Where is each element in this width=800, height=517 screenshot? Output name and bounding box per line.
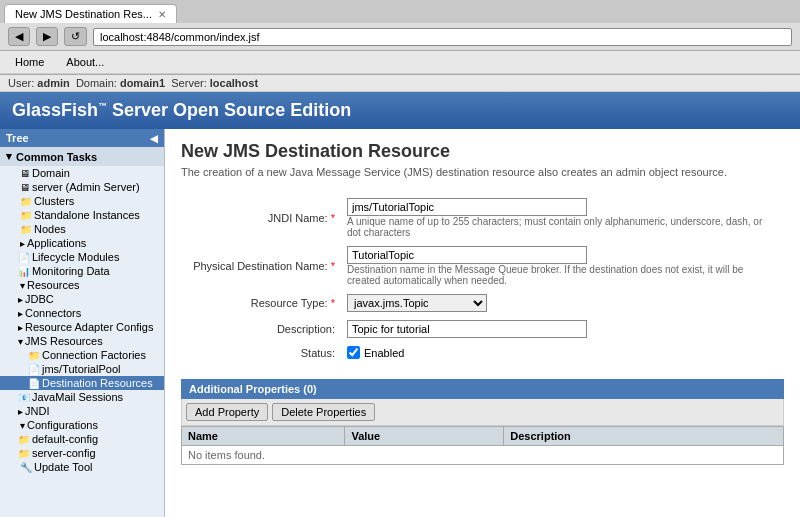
sidebar-item-clusters[interactable]: 📁 Clusters — [0, 194, 164, 208]
resources-icon: ▾ — [20, 280, 25, 291]
nodes-icon: 📁 — [20, 224, 32, 235]
resource-type-select[interactable]: javax.jms.Topic javax.jms.Queue — [347, 294, 487, 312]
status-checkbox[interactable] — [347, 346, 360, 359]
sidebar-item-server[interactable]: 🖥 server (Admin Server) — [0, 180, 164, 194]
add-property-button[interactable]: Add Property — [186, 403, 268, 421]
sidebar-item-default-config[interactable]: 📁 default-config — [0, 432, 164, 446]
resource-type-label: Resource Type: * — [181, 290, 341, 316]
tree-label: Clusters — [34, 195, 74, 207]
server-value: localhost — [210, 77, 258, 89]
menu-home[interactable]: Home — [4, 53, 55, 71]
sidebar-item-standalone[interactable]: 📁 Standalone Instances — [0, 208, 164, 222]
jdbc-icon: ▸ — [18, 294, 23, 305]
app-title: GlassFish™ Server Open Source Edition — [12, 100, 351, 120]
tree-label: JDBC — [25, 293, 54, 305]
jndi-input[interactable] — [347, 198, 587, 216]
resource-type-row: Resource Type: * javax.jms.Topic javax.j… — [181, 290, 784, 316]
props-toolbar: Add Property Delete Properties — [181, 399, 784, 426]
update-icon: 🔧 — [20, 462, 32, 473]
connectors-icon: ▸ — [18, 308, 23, 319]
description-cell — [341, 316, 784, 342]
props-table: Name Value Description No items found. — [181, 426, 784, 465]
cluster-icon: 📁 — [20, 196, 32, 207]
props-thead: Name Value Description — [182, 427, 784, 446]
status-cell: Enabled — [341, 342, 784, 363]
sidebar-item-lifecycle[interactable]: 📄 Lifecycle Modules — [0, 250, 164, 264]
domain-value: domain1 — [120, 77, 165, 89]
tree-label: Configurations — [27, 419, 98, 431]
sidebar-item-jndi[interactable]: ▸ JNDI — [0, 404, 164, 418]
user-info-bar: User: admin Domain: domain1 Server: loca… — [0, 75, 800, 92]
browser-chrome: New JMS Destination Res... ✕ ◀ ▶ ↺ Home … — [0, 0, 800, 75]
sidebar-item-update-tool[interactable]: 🔧 Update Tool — [0, 460, 164, 474]
sidebar-item-destination-resources[interactable]: 📄 Destination Resources — [0, 376, 164, 390]
jndi-row: JNDI Name: * A unique name of up to 255 … — [181, 194, 784, 242]
sidebar-item-connectors[interactable]: ▸ Connectors — [0, 306, 164, 320]
props-header: Additional Properties (0) — [181, 379, 784, 399]
sidebar-item-resources[interactable]: ▾ Resources — [0, 278, 164, 292]
sidebar-item-connection-factories[interactable]: 📁 Connection Factories — [0, 348, 164, 362]
folder-icon: 🖥 — [20, 168, 30, 179]
sidebar-item-resource-adapter[interactable]: ▸ Resource Adapter Configs — [0, 320, 164, 334]
user-value: admin — [37, 77, 69, 89]
sidebar-item-applications[interactable]: ▸ Applications — [0, 236, 164, 250]
description-label: Description: — [181, 316, 341, 342]
menu-about[interactable]: About... — [55, 53, 115, 71]
status-check: Enabled — [347, 346, 778, 359]
no-items-text: No items found. — [182, 446, 784, 465]
tree-label: Lifecycle Modules — [32, 251, 119, 263]
sidebar-toggle-icon[interactable]: ◀ — [150, 133, 158, 144]
physical-required: * — [331, 260, 335, 272]
tree-label: jms/TutorialPool — [42, 363, 120, 375]
domain-label: Domain: — [76, 77, 120, 89]
tab-label: New JMS Destination Res... — [15, 8, 152, 20]
active-tab[interactable]: New JMS Destination Res... ✕ — [4, 4, 177, 23]
sidebar-item-monitoring[interactable]: 📊 Monitoring Data — [0, 264, 164, 278]
col-description: Description — [504, 427, 784, 446]
main-layout: Tree ◀ ▾ Common Tasks 🖥 Domain 🖥 server … — [0, 129, 800, 517]
content-area: New JMS Destination Resource The creatio… — [165, 129, 800, 517]
delete-properties-button[interactable]: Delete Properties — [272, 403, 375, 421]
reload-button[interactable]: ↺ — [64, 27, 87, 46]
status-row: Status: Enabled — [181, 342, 784, 363]
tab-close-icon[interactable]: ✕ — [158, 9, 166, 20]
sidebar-item-jms-resources[interactable]: ▾ JMS Resources — [0, 334, 164, 348]
jndi-hint: A unique name of up to 255 characters; m… — [347, 216, 778, 238]
sidebar-item-jdbc[interactable]: ▸ JDBC — [0, 292, 164, 306]
physical-input[interactable] — [347, 246, 587, 264]
sidebar-item-domain[interactable]: 🖥 Domain — [0, 166, 164, 180]
config-icon: ▾ — [20, 420, 25, 431]
page-description: The creation of a new Java Message Servi… — [181, 166, 784, 178]
tree-label: server (Admin Server) — [32, 181, 140, 193]
description-row: Description: — [181, 316, 784, 342]
sidebar-item-common-tasks[interactable]: ▾ Common Tasks — [0, 147, 164, 166]
tree-label: server-config — [32, 447, 96, 459]
forward-button[interactable]: ▶ — [36, 27, 58, 46]
sidebar-header: Tree ◀ — [0, 129, 164, 147]
tree-label: JavaMail Sessions — [32, 391, 123, 403]
monitoring-icon: 📊 — [18, 266, 30, 277]
tree-label: Resources — [27, 279, 80, 291]
form-table: JNDI Name: * A unique name of up to 255 … — [181, 194, 784, 363]
jndi-icon: ▸ — [18, 406, 23, 417]
tree-label: JMS Resources — [25, 335, 103, 347]
dest-icon: 📄 — [28, 378, 40, 389]
sidebar-item-jms-tutorial-pool[interactable]: 📄 jms/TutorialPool — [0, 362, 164, 376]
status-text: Enabled — [364, 347, 404, 359]
tree-label: Connection Factories — [42, 349, 146, 361]
address-input[interactable] — [93, 28, 792, 46]
sidebar-item-nodes[interactable]: 📁 Nodes — [0, 222, 164, 236]
sidebar-item-configurations[interactable]: ▾ Configurations — [0, 418, 164, 432]
server-label: Server: — [171, 77, 210, 89]
physical-row: Physical Destination Name: * Destination… — [181, 242, 784, 290]
description-input[interactable] — [347, 320, 587, 338]
sidebar-item-server-config[interactable]: 📁 server-config — [0, 446, 164, 460]
physical-label: Physical Destination Name: * — [181, 242, 341, 290]
user-label: User: — [8, 77, 37, 89]
tree-label: Connectors — [25, 307, 81, 319]
sidebar-item-javamail[interactable]: 📧 JavaMail Sessions — [0, 390, 164, 404]
props-empty-row: No items found. — [182, 446, 784, 465]
lifecycle-icon: 📄 — [18, 252, 30, 263]
back-button[interactable]: ◀ — [8, 27, 30, 46]
app-menu: Home About... — [0, 51, 800, 74]
